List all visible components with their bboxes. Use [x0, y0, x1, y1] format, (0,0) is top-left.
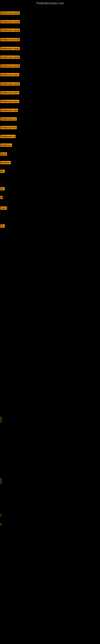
vline-indicator [1, 416, 1, 422]
bottleneck-badge: Bottleneck resul [0, 100, 19, 103]
bottleneck-badge: Bottleneck result [0, 28, 20, 32]
bottleneck-badge: Bo [0, 187, 5, 190]
bottleneck-badge: Bottleneck result [0, 82, 20, 86]
bottleneck-badge: Bottleneck res [0, 126, 17, 129]
site-title: TheBottlenecker.com [0, 0, 100, 6]
vline-indicator [1, 523, 1, 526]
bottleneck-badge: Bo [0, 224, 5, 228]
bottleneck-badge: Bottleneck re [0, 135, 16, 138]
bottleneck-badge: B [0, 196, 3, 199]
bottleneck-badge: Bottleneck result [0, 56, 20, 59]
bottleneck-badge: Bo [0, 170, 5, 173]
bottleneck-badge: Bottleneck result [0, 20, 20, 23]
bottleneck-badge: Bottleneck resul [0, 73, 19, 76]
bottleneck-badge: Bottleneck result [0, 64, 20, 68]
bottleneck-badge: Bottleneck result [0, 47, 20, 50]
bottleneck-badge: Bottleneck resu [0, 109, 18, 112]
bottleneck-badge: Bottl [0, 152, 7, 156]
bottleneck-badge: Bottl [0, 206, 7, 210]
bottleneck-badge: Bottlene [0, 161, 11, 164]
bottleneck-badge: Bottleneck res [0, 117, 17, 120]
bottleneck-badge: Bottleneck resul [0, 91, 19, 94]
vline-indicator [1, 514, 1, 516]
bottleneck-badge: Bottleneck result [0, 38, 20, 41]
bottleneck-badge: Bottleneck result [0, 12, 20, 15]
vline-indicator [1, 478, 1, 484]
bottleneck-badge: Bottlenec [0, 144, 12, 147]
